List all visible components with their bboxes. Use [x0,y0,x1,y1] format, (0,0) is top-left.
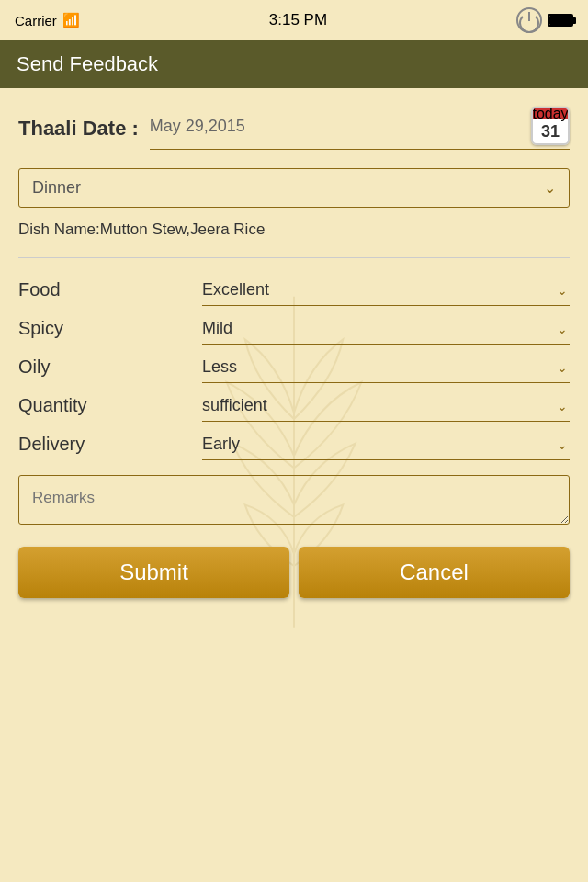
chevron-spicy: ⌄ [557,322,568,336]
dish-name-label: Dish Name:Mutton Stew,Jeera Rice [18,220,570,239]
main-content: Thaali Date : May 29,2015 today 31 Dinne… [0,88,588,616]
time-display: 3:15 PM [269,11,327,29]
page-title: Send Feedback [17,52,158,76]
feedback-value-quantity: sufficient [202,396,267,415]
feedback-value-oily: Less [202,357,237,377]
action-buttons: Submit Cancel [18,547,570,616]
battery-fill [549,16,571,25]
status-right [516,7,573,33]
meal-type-value: Dinner [32,178,81,198]
carrier-label: Carrier [15,13,57,28]
feedback-dropdown-delivery[interactable]: Early ⌄ [202,427,570,460]
battery-icon [548,14,573,27]
cancel-button[interactable]: Cancel [299,547,570,598]
feedback-label-food: Food [18,279,202,300]
feedback-value-spicy: Mild [202,319,232,338]
chevron-quantity: ⌄ [557,399,568,413]
chevron-food: ⌄ [557,283,568,298]
date-input-wrapper[interactable]: May 29,2015 today 31 [150,107,570,150]
divider [18,257,570,258]
feedback-value-food: Excellent [202,280,269,300]
chevron-delivery: ⌄ [557,437,568,452]
feedback-value-delivery: Early [202,435,240,454]
feedback-row-quantity: Quantity sufficient ⌄ [18,389,570,422]
carrier-wifi: Carrier 📶 [15,12,80,28]
feedback-label-oily: Oily [18,356,202,378]
feedback-dropdown-oily[interactable]: Less ⌄ [202,350,570,383]
calendar-icon[interactable]: today 31 [531,107,570,145]
date-value: May 29,2015 [150,117,524,136]
feedback-label-quantity: Quantity [18,395,202,416]
calendar-date-num: 31 [541,122,560,141]
app-header: Send Feedback [0,40,588,88]
thaali-date-row: Thaali Date : May 29,2015 today 31 [18,107,570,150]
feedback-dropdown-spicy[interactable]: Mild ⌄ [202,311,570,345]
chevron-oily: ⌄ [557,360,568,375]
feedback-row-spicy: Spicy Mild ⌄ [18,311,570,345]
feedback-label-delivery: Delivery [18,434,202,455]
feedback-rows: Food Excellent ⌄ Spicy Mild ⌄ Oily Less … [18,273,570,460]
feedback-dropdown-quantity[interactable]: sufficient ⌄ [202,389,570,422]
submit-button[interactable]: Submit [18,547,289,598]
meal-type-chevron: ⌄ [544,179,556,197]
meal-type-dropdown[interactable]: Dinner ⌄ [18,168,570,208]
feedback-row-oily: Oily Less ⌄ [18,350,570,383]
status-bar: Carrier 📶 3:15 PM [0,0,588,40]
calendar-today-label: today [533,108,568,119]
power-icon [516,7,542,33]
feedback-dropdown-food[interactable]: Excellent ⌄ [202,273,570,306]
wifi-icon: 📶 [62,12,80,28]
feedback-label-spicy: Spicy [18,318,202,339]
remarks-input[interactable] [18,475,570,525]
thaali-date-label: Thaali Date : [18,117,139,141]
feedback-row-food: Food Excellent ⌄ [18,273,570,306]
feedback-row-delivery: Delivery Early ⌄ [18,427,570,460]
